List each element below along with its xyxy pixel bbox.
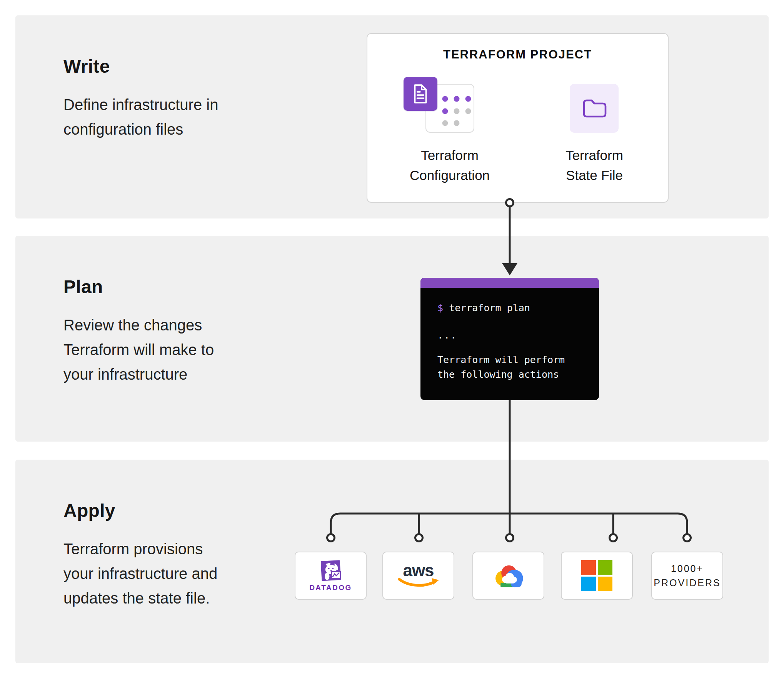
aws-wordmark: aws: [403, 563, 434, 578]
google-cloud-logo: [492, 563, 525, 589]
plan-step-text: Plan Review the changes Terraform will m…: [63, 277, 279, 387]
terraform-configuration-label: Terraform Configuration: [384, 145, 515, 185]
apply-description-line: Terraform provisions: [63, 537, 279, 561]
terminal-command: terraform plan: [449, 302, 530, 313]
plan-description-line: Terraform will make to: [63, 337, 279, 362]
terraform-project-title: TERRAFORM PROJECT: [367, 48, 668, 62]
provider-card-microsoft: [561, 552, 633, 600]
apply-description-line: your infrastructure and: [63, 561, 279, 586]
write-title: Write: [63, 56, 279, 77]
microsoft-square-blue: [581, 577, 596, 591]
terminal-title-bar: [420, 278, 599, 288]
terminal-output-line: the following actions: [437, 367, 587, 382]
plan-description-line: Review the changes: [63, 313, 279, 337]
provider-card-datadog: DATADOG: [295, 552, 367, 600]
plan-description: Review the changes Terraform will make t…: [63, 313, 279, 387]
document-icon: [412, 83, 429, 104]
microsoft-square-yellow: [598, 577, 612, 591]
microsoft-logo: [581, 560, 612, 591]
apply-description-line: updates the state file.: [63, 586, 279, 610]
terminal-output: $ terraform plan ... Terraform will perf…: [420, 288, 599, 382]
provider-card-aws: aws: [382, 552, 454, 600]
state-file-tile: [570, 84, 619, 133]
datadog-wordmark: DATADOG: [309, 584, 352, 592]
terminal-ellipsis: ...: [437, 328, 587, 343]
terraform-plan-terminal: $ terraform plan ... Terraform will perf…: [420, 278, 599, 400]
apply-description: Terraform provisions your infrastructure…: [63, 537, 279, 610]
terminal-output-line: Terraform will perform: [437, 353, 587, 367]
apply-step-text: Apply Terraform provisions your infrastr…: [63, 500, 279, 610]
terraform-project-card: TERRAFORM PROJECT: [367, 33, 669, 203]
terminal-command-line: $ terraform plan: [437, 301, 587, 315]
plan-title: Plan: [63, 277, 279, 297]
write-description: Define infrastructure in configuration f…: [63, 92, 279, 142]
provider-card-more-providers: 1000+ PROVIDERS: [651, 552, 723, 600]
more-providers-label: 1000+ PROVIDERS: [654, 562, 721, 590]
microsoft-square-green: [598, 560, 612, 575]
terraform-workflow-diagram: Write Define infrastructure in configura…: [0, 0, 784, 682]
folder-icon: [582, 98, 607, 118]
write-step-text: Write Define infrastructure in configura…: [63, 56, 279, 142]
datadog-logo: [319, 559, 343, 583]
aws-smile-icon: [397, 578, 440, 589]
provider-card-google-cloud: [472, 552, 544, 600]
microsoft-square-red: [581, 560, 596, 575]
configuration-file-tile: [404, 77, 437, 111]
write-description-line: configuration files: [63, 117, 279, 142]
terraform-state-file-label: Terraform State File: [529, 145, 660, 185]
write-description-line: Define infrastructure in: [63, 92, 279, 117]
apply-title: Apply: [63, 500, 279, 521]
terminal-prompt: $: [437, 302, 443, 313]
plan-description-line: your infrastructure: [63, 362, 279, 387]
